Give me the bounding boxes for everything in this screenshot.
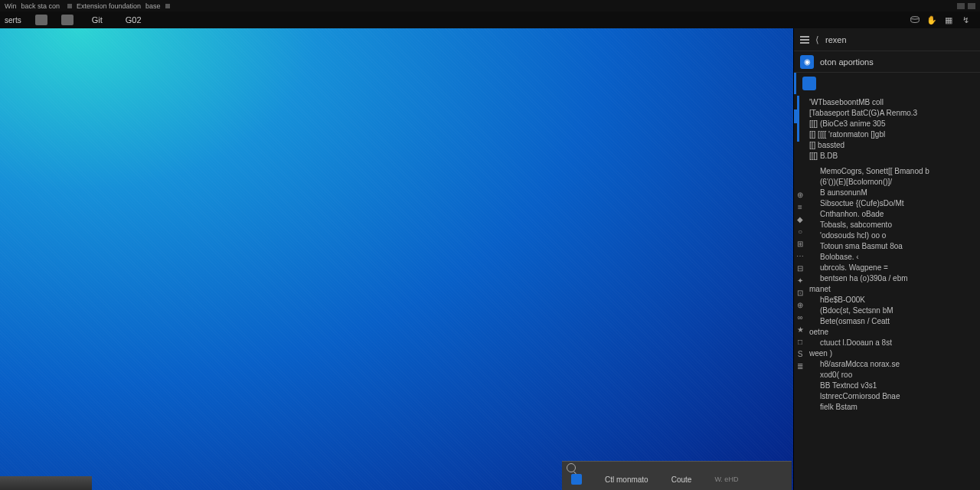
code-line[interactable]: Bolobase. ‹	[797, 252, 980, 263]
code-line[interactable]: B aunsonunM	[797, 188, 980, 198]
title-left1: Win	[5, 2, 17, 10]
code-line[interactable]: 'odosouds hcl) oo o	[797, 230, 980, 241]
code-line[interactable]: h8/asraMdcca norax.se	[797, 359, 980, 370]
hamburger-icon[interactable]	[800, 36, 809, 44]
code-line[interactable]: Totoun sma Basmut 8oa	[797, 241, 980, 252]
tab-app1-icon[interactable]	[35, 15, 47, 25]
main-area: ⟨ rexen ◉ oton aportions 'WTbaseboontMB …	[0, 28, 980, 490]
code-line[interactable]: bentsen ha (o)390a / ebm	[797, 273, 980, 284]
code-line[interactable]: Cnthanhon. oBade	[797, 209, 980, 220]
title-blob2-icon	[968, 3, 975, 9]
gutter-icon[interactable]: ≡	[795, 203, 805, 212]
category-label: oton aportions	[820, 57, 874, 67]
title-dot-icon	[67, 4, 72, 8]
code-line[interactable]: (6'())(E)[Bcolornon()]/	[797, 177, 980, 188]
panel-active-row[interactable]	[794, 73, 980, 94]
panel-title: rexen	[825, 35, 847, 44]
panel-line[interactable]: [Tabaseport BatC(G)A Renmo.3	[797, 108, 980, 119]
category-icon: ◉	[800, 55, 814, 69]
gutter-icon[interactable]: ◆	[795, 215, 805, 224]
code-line[interactable]: BB Textncd v3s1	[797, 381, 980, 391]
panel-line[interactable]: [[] bassted	[797, 140, 980, 151]
code-line[interactable]: (Bdoc(st, Sectsnn bM	[797, 305, 980, 316]
code-line[interactable]: MemoCogrs, Sonett[[ Bmanod b	[797, 166, 980, 177]
active-icon	[802, 77, 816, 90]
gutter-icons: ⊕ ≡ ◆ ○ ⊞ ⋯ ⊟ ✦ ⊡ ⊕ ∞ ★ □ S ≣	[795, 191, 805, 371]
title-center2: base	[145, 2, 161, 10]
gutter-icon[interactable]: ⊡	[795, 289, 805, 298]
code-line[interactable]: ween )	[797, 348, 980, 359]
panel-line[interactable]: 'WTbaseboontMB coll	[797, 97, 980, 108]
gutter-icon[interactable]: ✦	[795, 276, 805, 286]
title-dot2-icon	[165, 4, 170, 8]
code-line[interactable]: hBe$B-O00K	[797, 295, 980, 305]
code-line[interactable]: ubrcols. Wagpene =	[797, 263, 980, 273]
search-bar: Ctl monmato Coute W. eHD	[562, 461, 792, 490]
gutter-icon[interactable]: □	[795, 338, 805, 347]
tab-git[interactable]: Git	[87, 14, 107, 26]
code-line[interactable]: xod0( roo	[797, 370, 980, 381]
panel-header: ⟨ rexen	[794, 28, 980, 51]
code-line[interactable]: oetne	[797, 327, 980, 338]
search-meta: W. eHD	[714, 475, 738, 483]
code-line[interactable]: Bete(osmasn / Ceatt	[797, 316, 980, 327]
code-line[interactable]: lstnrecCorniorsod Bnae	[797, 391, 980, 402]
tab-app2-icon[interactable]	[61, 15, 74, 25]
desktop-background[interactable]	[0, 28, 793, 490]
tabs-bar: serts Git G02 ✋ ▦ ↯	[0, 11, 980, 28]
search-chip-icon[interactable]	[571, 474, 582, 485]
panel-body: 'WTbaseboontMB coll [Tabaseport BatC(G)A…	[794, 94, 980, 490]
taskbar-stub[interactable]	[0, 476, 92, 490]
side-panel: ⟨ rexen ◉ oton aportions 'WTbaseboontMB …	[793, 28, 980, 490]
disk-icon[interactable]	[910, 15, 920, 25]
gutter-icon[interactable]: S	[795, 350, 805, 359]
gutter-icon[interactable]: ⊞	[795, 240, 805, 249]
code-line[interactable]: Tobasls, sabcomento	[797, 220, 980, 230]
grid-icon[interactable]: ▦	[943, 15, 954, 25]
back-arrow-icon[interactable]: ⟨	[815, 34, 819, 45]
hand-icon[interactable]: ✋	[926, 15, 937, 25]
tab-g02[interactable]: G02	[121, 14, 146, 26]
gutter-icon[interactable]: ⊕	[795, 301, 805, 310]
menu-word[interactable]: serts	[5, 16, 21, 24]
gutter-icon[interactable]: ⋯	[795, 252, 805, 261]
wrench-icon[interactable]: ↯	[960, 15, 971, 25]
gutter-icon[interactable]: ∞	[795, 313, 805, 322]
title-bar: Win back sta con Extension foundation ba…	[0, 0, 980, 11]
gutter-icon[interactable]: ⊟	[795, 264, 805, 273]
search-icon[interactable]	[567, 463, 576, 472]
title-center: Extension foundation	[77, 2, 141, 10]
title-left2: back sta con	[21, 2, 60, 10]
code-line[interactable]: fielk Bstam	[797, 402, 980, 413]
gutter-icon[interactable]: ○	[795, 227, 805, 237]
code-line[interactable]: Sibsoctue {(Cufe)sDo/Mt	[797, 198, 980, 209]
panel-line[interactable]: [[[] B.DB	[797, 151, 980, 162]
panel-line[interactable]: [[] [[[[ 'ratonmaton []gbl	[797, 129, 980, 140]
search-label[interactable]: Ctl monmato	[605, 475, 648, 484]
search-sub: Coute	[671, 475, 692, 484]
svg-point-0	[911, 17, 920, 20]
gutter-icon[interactable]: ★	[795, 325, 805, 335]
panel-category[interactable]: ◉ oton aportions	[794, 51, 980, 73]
gutter-icon[interactable]: ⊕	[795, 191, 805, 200]
title-blob1-icon	[957, 3, 965, 9]
gutter-icon[interactable]: ≣	[795, 362, 805, 371]
code-line[interactable]: ctuuct l.Dooaun a 8st	[797, 338, 980, 348]
code-line[interactable]: manet	[797, 284, 980, 295]
line-highlight	[797, 96, 799, 142]
panel-line[interactable]: [[[] (BioCe3 anime 305	[797, 119, 980, 129]
